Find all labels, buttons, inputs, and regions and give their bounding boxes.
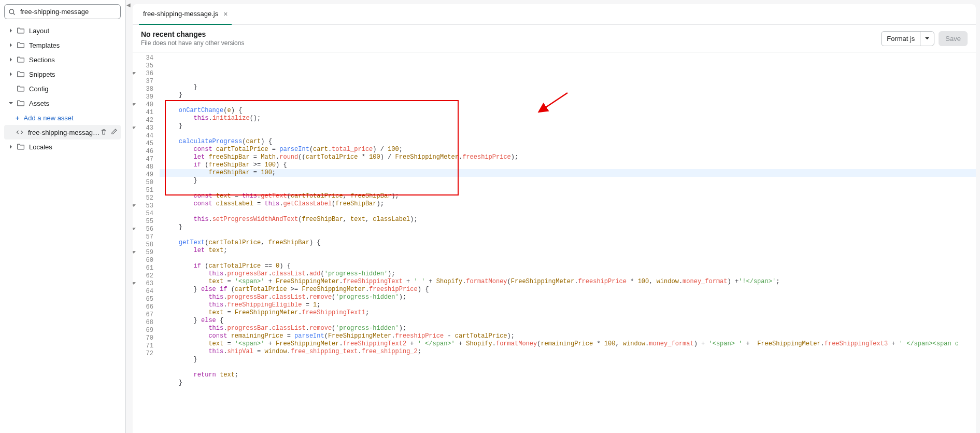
tree-label: Add a new asset [24,114,118,122]
search-wrap [4,4,121,19]
code-icon [16,128,24,136]
svg-line-1 [13,13,15,15]
chevron-right-icon [7,27,15,34]
tree-folder-snippets[interactable]: Snippets [4,67,121,81]
file-header-subtitle: File does not have any other versions [141,39,244,47]
file-tree: Layout Templates Sections Snippets Confi [4,23,121,154]
main-panel: free-shipping-message.js × No recent cha… [133,0,980,433]
tab-free-shipping[interactable]: free-shipping-message.js × [139,4,232,25]
plus-icon: + [16,114,20,122]
code-editor[interactable]: 3435363738394041424344454647484950515253… [133,52,976,433]
folder-icon [17,55,25,64]
file-row-actions [100,128,118,137]
add-asset-button[interactable]: + Add a new asset [4,110,121,125]
format-button-label: Format js [882,32,920,46]
folder-icon [17,41,25,49]
search-input[interactable] [4,4,121,19]
tree-label: Config [29,85,118,93]
tree-label: Sections [29,56,118,64]
file-header-title: No recent changes [141,30,244,38]
tree-label: free-shipping-message.js [28,129,100,136]
search-icon [8,8,16,16]
chevron-spacer [7,85,15,92]
format-button[interactable]: Format js [881,31,934,46]
close-icon[interactable]: × [223,10,228,18]
tree-label: Templates [29,41,118,49]
tree-folder-assets[interactable]: Assets [4,96,121,110]
tree-label: Layout [29,27,118,35]
chevron-down-icon [7,100,15,107]
file-header: No recent changes File does not have any… [133,25,976,52]
chevron-down-icon[interactable] [920,33,934,44]
code-area[interactable]: } } onCartChange(e) { this.initialize();… [160,52,976,433]
folder-icon [17,99,25,107]
tree-label: Locales [29,143,118,151]
file-header-left: No recent changes File does not have any… [141,30,244,47]
folder-icon [17,26,25,35]
tree-folder-templates[interactable]: Templates [4,38,121,52]
chevron-right-icon [7,143,15,150]
delete-icon[interactable] [100,128,107,137]
tree-folder-sections[interactable]: Sections [4,52,121,67]
chevron-right-icon [7,56,15,63]
chevron-right-icon [7,41,15,49]
save-button[interactable]: Save [939,31,968,46]
gutter: 3435363738394041424344454647484950515253… [133,52,160,433]
tree-label: Assets [29,100,118,107]
chevron-right-icon [7,71,15,78]
collapse-caret-icon[interactable]: ◀ [126,2,131,8]
tree-folder-layout[interactable]: Layout [4,23,121,38]
panel-resize-handle[interactable]: ◀ [125,0,133,433]
tree-file-free-shipping[interactable]: free-shipping-message.js [4,125,121,139]
tree-folder-locales[interactable]: Locales [4,139,121,154]
tree-label: Snippets [29,71,118,78]
file-header-right: Format js Save [881,31,968,46]
tab-label: free-shipping-message.js [143,10,218,18]
sidebar: Layout Templates Sections Snippets Confi [0,0,125,433]
folder-icon [17,70,25,78]
app-root: Layout Templates Sections Snippets Confi [0,0,980,433]
editor-tabs: free-shipping-message.js × [133,4,976,25]
folder-icon [17,143,25,151]
folder-icon [17,85,25,93]
tree-folder-config[interactable]: Config [4,81,121,96]
edit-icon[interactable] [110,128,118,137]
svg-point-0 [9,9,13,13]
